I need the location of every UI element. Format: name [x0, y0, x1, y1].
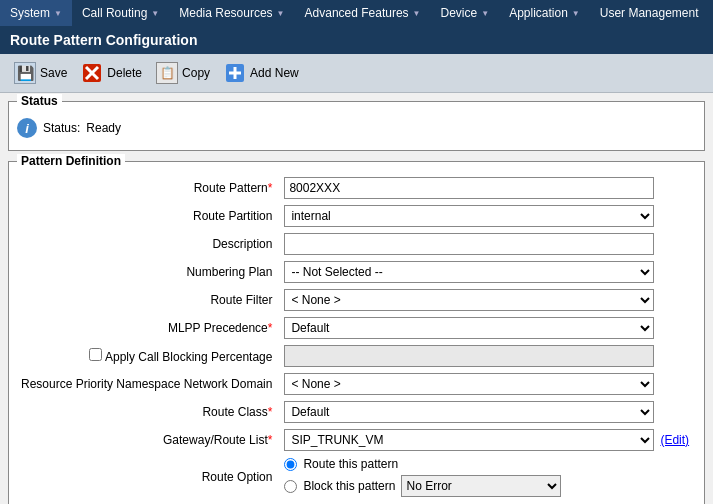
- page-header: Route Pattern Configuration: [0, 26, 713, 54]
- add-new-button[interactable]: Add New: [220, 60, 303, 86]
- nav-user-management[interactable]: User Management: [590, 0, 709, 26]
- block-this-pattern-row: Block this pattern No Error: [284, 475, 692, 497]
- delete-button[interactable]: Delete: [77, 60, 146, 86]
- top-navigation: System ▼ Call Routing ▼ Media Resources …: [0, 0, 713, 26]
- nav-system[interactable]: System ▼: [0, 0, 72, 26]
- block-this-pattern-label: Block this pattern: [303, 479, 395, 493]
- call-blocking-input-cell: [280, 342, 696, 370]
- route-class-required: *: [268, 405, 273, 419]
- resource-priority-label-cell: Resource Priority Namespace Network Doma…: [17, 370, 280, 398]
- save-label: Save: [40, 66, 67, 80]
- nav-media-resources[interactable]: Media Resources ▼: [169, 0, 294, 26]
- nav-device[interactable]: Device ▼: [431, 0, 500, 26]
- status-section-title: Status: [17, 94, 62, 108]
- edit-gateway-link[interactable]: (Edit): [660, 433, 689, 447]
- status-value: Ready: [86, 121, 121, 135]
- status-section: Status i Status: Ready: [8, 101, 705, 151]
- description-input-cell: [280, 230, 696, 258]
- gateway-required: *: [268, 433, 273, 447]
- route-pattern-required: *: [268, 181, 273, 195]
- route-this-pattern-radio[interactable]: [284, 458, 297, 471]
- route-class-row: Route Class* Default: [17, 398, 696, 426]
- block-this-pattern-radio[interactable]: [284, 480, 297, 493]
- nav-advanced-features[interactable]: Advanced Features ▼: [295, 0, 431, 26]
- delete-icon: [81, 62, 103, 84]
- nav-system-arrow: ▼: [54, 9, 62, 18]
- route-filter-row: Route Filter < None >: [17, 286, 696, 314]
- route-class-select[interactable]: Default: [284, 401, 654, 423]
- pattern-definition-section: Pattern Definition Route Pattern*: [8, 161, 705, 504]
- route-partition-row: Route Partition internal: [17, 202, 696, 230]
- pattern-form-table: Route Pattern* Route Partition: [17, 174, 696, 500]
- route-partition-label: Route Partition: [193, 209, 272, 223]
- route-filter-label-cell: Route Filter: [17, 286, 280, 314]
- call-blocking-label: Apply Call Blocking Percentage: [89, 350, 272, 364]
- call-blocking-row: Apply Call Blocking Percentage: [17, 342, 696, 370]
- call-blocking-label-cell: Apply Call Blocking Percentage: [17, 342, 280, 370]
- call-blocking-checkbox[interactable]: [89, 348, 102, 361]
- gateway-label-cell: Gateway/Route List*: [17, 426, 280, 454]
- route-filter-select-cell: < None >: [280, 286, 696, 314]
- nav-call-routing-label: Call Routing: [82, 6, 147, 20]
- mlpp-select[interactable]: Default: [284, 317, 654, 339]
- resource-priority-select-cell: < None >: [280, 370, 696, 398]
- nav-media-resources-label: Media Resources: [179, 6, 272, 20]
- nav-application-arrow: ▼: [572, 9, 580, 18]
- mlpp-row: MLPP Precedence* Default: [17, 314, 696, 342]
- delete-label: Delete: [107, 66, 142, 80]
- route-filter-select[interactable]: < None >: [284, 289, 654, 311]
- route-class-label: Route Class: [202, 405, 267, 419]
- numbering-plan-label-cell: Numbering Plan: [17, 258, 280, 286]
- status-section-content: i Status: Ready: [9, 102, 704, 150]
- resource-priority-label: Resource Priority Namespace Network Doma…: [21, 377, 272, 391]
- route-option-row: Route Option Route this pattern Bl: [17, 454, 696, 500]
- resource-priority-select[interactable]: < None >: [284, 373, 654, 395]
- route-option-inputs-cell: Route this pattern Block this pattern No…: [280, 454, 696, 500]
- toolbar: 💾 Save Delete 📋 Copy Add New: [0, 54, 713, 93]
- nav-application[interactable]: Application ▼: [499, 0, 590, 26]
- numbering-plan-select[interactable]: -- Not Selected --: [284, 261, 654, 283]
- route-partition-select[interactable]: internal: [284, 205, 654, 227]
- mlpp-required: *: [268, 321, 273, 335]
- nav-user-management-label: User Management: [600, 6, 699, 20]
- nav-advanced-features-arrow: ▼: [413, 9, 421, 18]
- route-this-pattern-label: Route this pattern: [303, 457, 398, 471]
- numbering-plan-select-cell: -- Not Selected --: [280, 258, 696, 286]
- pattern-definition-content: Route Pattern* Route Partition: [9, 162, 704, 504]
- description-input[interactable]: [284, 233, 654, 255]
- route-pattern-input[interactable]: [284, 177, 654, 199]
- description-row: Description: [17, 230, 696, 258]
- numbering-plan-label: Numbering Plan: [186, 265, 272, 279]
- copy-button[interactable]: 📋 Copy: [152, 60, 214, 86]
- save-icon: 💾: [14, 62, 36, 84]
- status-label: Status:: [43, 121, 80, 135]
- copy-icon: 📋: [156, 62, 178, 84]
- gateway-select[interactable]: SIP_TRUNK_VM: [284, 429, 654, 451]
- nav-advanced-features-label: Advanced Features: [305, 6, 409, 20]
- gateway-label: Gateway/Route List: [163, 433, 268, 447]
- mlpp-label-cell: MLPP Precedence*: [17, 314, 280, 342]
- info-icon: i: [17, 118, 37, 138]
- nav-call-routing-arrow: ▼: [151, 9, 159, 18]
- description-label: Description: [212, 237, 272, 251]
- route-pattern-row: Route Pattern*: [17, 174, 696, 202]
- route-option-label: Route Option: [202, 470, 273, 484]
- route-filter-label: Route Filter: [210, 293, 272, 307]
- mlpp-select-cell: Default: [280, 314, 696, 342]
- nav-call-routing[interactable]: Call Routing ▼: [72, 0, 169, 26]
- nav-application-label: Application: [509, 6, 568, 20]
- add-new-icon: [224, 62, 246, 84]
- no-error-select[interactable]: No Error: [401, 475, 561, 497]
- save-button[interactable]: 💾 Save: [10, 60, 71, 86]
- add-new-label: Add New: [250, 66, 299, 80]
- nav-device-label: Device: [441, 6, 478, 20]
- route-this-pattern-row: Route this pattern: [284, 457, 692, 471]
- route-class-label-cell: Route Class*: [17, 398, 280, 426]
- content-area: Status i Status: Ready Pattern Definitio…: [0, 93, 713, 504]
- route-pattern-label: Route Pattern: [194, 181, 268, 195]
- call-blocking-input[interactable]: [284, 345, 654, 367]
- gateway-select-cell: SIP_TRUNK_VM (Edit): [280, 426, 696, 454]
- gateway-select-container: SIP_TRUNK_VM (Edit): [284, 429, 692, 451]
- call-blocking-text: Apply Call Blocking Percentage: [105, 350, 272, 364]
- mlpp-label: MLPP Precedence: [168, 321, 268, 335]
